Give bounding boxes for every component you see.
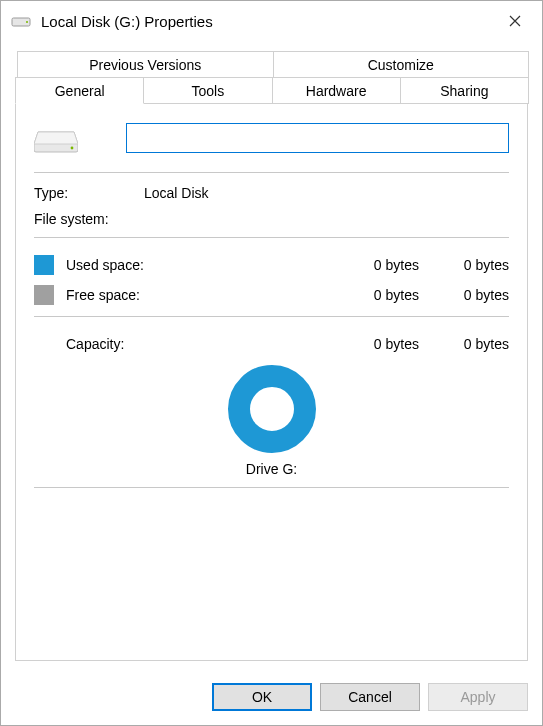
drive-name-label: Drive G: <box>34 461 509 477</box>
cancel-button[interactable]: Cancel <box>320 683 420 711</box>
type-row: Type: Local Disk <box>34 185 509 201</box>
general-panel: Type: Local Disk File system: Used space… <box>15 103 528 661</box>
tab-tools[interactable]: Tools <box>143 77 272 104</box>
filesystem-label: File system: <box>34 211 144 227</box>
drive-icon <box>11 14 31 28</box>
apply-button[interactable]: Apply <box>428 683 528 711</box>
capacity-human: 0 bytes <box>419 336 509 352</box>
filesystem-row: File system: <box>34 211 509 227</box>
svg-point-1 <box>26 21 28 23</box>
tabs: Previous Versions Customize General Tool… <box>15 51 528 661</box>
free-swatch-icon <box>34 285 54 305</box>
button-bar: OK Cancel Apply <box>1 671 542 725</box>
window-title: Local Disk (G:) Properties <box>41 13 492 30</box>
titlebar: Local Disk (G:) Properties <box>1 1 542 41</box>
free-label: Free space: <box>66 287 309 303</box>
ok-button[interactable]: OK <box>212 683 312 711</box>
capacity-label: Capacity: <box>66 336 309 352</box>
pie-icon <box>228 365 316 453</box>
separator <box>34 237 509 238</box>
usage-pie-chart <box>34 365 509 453</box>
content-area: Previous Versions Customize General Tool… <box>1 41 542 671</box>
type-value: Local Disk <box>144 185 209 201</box>
used-human: 0 bytes <box>419 257 509 273</box>
properties-window: Local Disk (G:) Properties Previous Vers… <box>0 0 543 726</box>
free-human: 0 bytes <box>419 287 509 303</box>
capacity-row: Capacity: 0 bytes 0 bytes <box>34 329 509 359</box>
tab-customize[interactable]: Customize <box>273 51 530 77</box>
separator <box>34 487 509 488</box>
capacity-bytes: 0 bytes <box>309 336 419 352</box>
volume-name-input[interactable] <box>126 123 509 153</box>
tab-general[interactable]: General <box>15 77 144 104</box>
used-swatch-icon <box>34 255 54 275</box>
used-bytes: 0 bytes <box>309 257 419 273</box>
free-bytes: 0 bytes <box>309 287 419 303</box>
type-label: Type: <box>34 185 144 201</box>
svg-point-2 <box>71 147 74 150</box>
free-space-row: Free space: 0 bytes 0 bytes <box>34 280 509 310</box>
used-space-row: Used space: 0 bytes 0 bytes <box>34 250 509 280</box>
close-button[interactable] <box>492 5 538 37</box>
separator <box>34 316 509 317</box>
drive-large-icon <box>34 122 78 154</box>
tab-hardware[interactable]: Hardware <box>272 77 401 104</box>
used-label: Used space: <box>66 257 309 273</box>
tab-sharing[interactable]: Sharing <box>400 77 529 104</box>
separator <box>34 172 509 173</box>
tab-previous-versions[interactable]: Previous Versions <box>17 51 274 77</box>
